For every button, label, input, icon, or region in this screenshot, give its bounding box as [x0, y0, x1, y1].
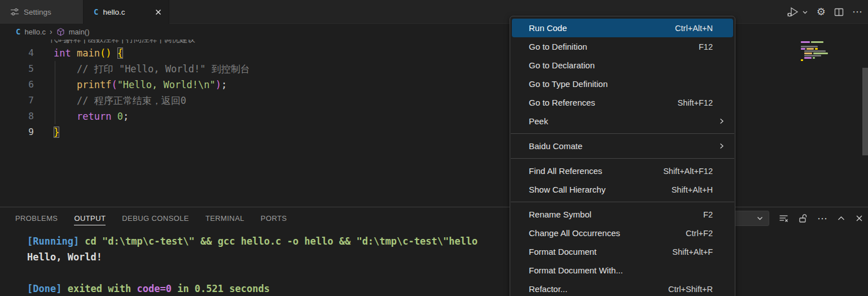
menu-item-shortcut: F2 [703, 210, 713, 219]
breadcrumb-file[interactable]: hello.c [24, 28, 46, 36]
menu-item-label: Go to Declaration [529, 60, 727, 70]
code-editor[interactable]: 代码解释 | 函数注释 | 行间注释 | 调优建议 4int main() {5… [0, 40, 868, 207]
menu-item-label: Rename Symbol [529, 210, 703, 219]
code-text: } [34, 124, 59, 140]
maximize-panel-icon[interactable] [837, 215, 845, 222]
menu-item-shortcut: Shift+Alt+F [672, 247, 713, 256]
line-number: 5 [0, 61, 34, 77]
code-line[interactable]: 9} [0, 124, 868, 140]
line-number: 6 [0, 77, 34, 93]
minimap[interactable] [800, 41, 861, 62]
panel-tab-terminal[interactable]: TERMINAL [205, 207, 244, 229]
menu-item-rename-symbol[interactable]: Rename SymbolF2 [512, 205, 733, 224]
editor-context-menu: Run CodeCtrl+Alt+NGo to DefinitionF12Go … [510, 16, 735, 296]
menu-item-label: Baidu Comate [529, 141, 718, 151]
breadcrumb: C hello.c › main() [0, 24, 868, 40]
code-text: printf("Hello, World!\n"); [34, 77, 227, 93]
tab-hello-c[interactable]: C hello.c [84, 0, 169, 24]
code-lines: 4int main() {5 // 打印 "Hello, World!" 到控制… [0, 45, 868, 140]
panel-tab-problems[interactable]: PROBLEMS [15, 207, 58, 229]
menu-item-label: Run Code [529, 23, 675, 33]
menu-item-change-all-occurrences[interactable]: Change All OccurrencesCtrl+F2 [512, 224, 733, 242]
menu-item-run-code[interactable]: Run CodeCtrl+Alt+N [512, 19, 733, 37]
codelens-links[interactable]: 代码解释 | 函数注释 | 行间注释 | 调优建议 [50, 40, 868, 45]
panel-tabs: PROBLEMSOUTPUTDEBUG CONSOLETERMINALPORTS [15, 207, 287, 229]
submenu-chevron-right-icon [718, 142, 725, 150]
line-number: 4 [0, 45, 34, 61]
scrollbar-slider[interactable] [862, 68, 868, 155]
code-text: return 0; [34, 108, 129, 124]
unlock-icon[interactable] [798, 214, 808, 223]
settings-gear-icon[interactable]: ⚙ [817, 7, 826, 17]
symbol-method-icon [56, 28, 65, 36]
panel-tab-output[interactable]: OUTPUT [74, 207, 106, 229]
run-or-debug-button[interactable] [786, 6, 808, 18]
code-text: // 程序正常结束，返回0 [34, 93, 186, 108]
code-line[interactable]: 7 // 程序正常结束，返回0 [0, 93, 868, 108]
split-editor-icon[interactable] [834, 8, 844, 16]
menu-item-find-all-references[interactable]: Find All ReferencesShift+Alt+F12 [512, 162, 733, 180]
menu-item-go-to-type-definition[interactable]: Go to Type Definition [512, 75, 733, 93]
menu-separator [511, 133, 734, 134]
code-line[interactable]: 5 // 打印 "Hello, World!" 到控制台 [0, 61, 868, 77]
tab-bar: Settings C hello.c ⚙ [0, 0, 868, 24]
menu-item-format-document[interactable]: Format DocumentShift+Alt+F [512, 242, 733, 261]
menu-item-shortcut: Ctrl+Alt+N [675, 24, 713, 33]
line-number: 7 [0, 93, 34, 108]
panel-tab-debug-console[interactable]: DEBUG CONSOLE [122, 207, 189, 229]
menu-item-format-document-with[interactable]: Format Document With... [512, 261, 733, 280]
menu-separator [511, 158, 734, 159]
tab-label: Settings [24, 8, 51, 16]
menu-item-go-to-references[interactable]: Go to ReferencesShift+F12 [512, 93, 733, 112]
menu-item-shortcut: Ctrl+Shift+R [668, 285, 713, 294]
menu-item-label: Change All Occurrences [529, 228, 686, 238]
menu-item-shortcut: Ctrl+F2 [686, 229, 713, 238]
breadcrumb-separator: › [50, 27, 52, 36]
code-line[interactable]: 4int main() { [0, 45, 868, 61]
menu-item-shortcut: Shift+Alt+F12 [663, 167, 713, 176]
bottom-panel: PROBLEMSOUTPUTDEBUG CONSOLETERMINALPORTS… [0, 207, 868, 296]
menu-item-label: Go to References [529, 98, 678, 107]
editor-actions: ⚙ ⋯ [786, 0, 862, 24]
code-text: int main() { [34, 45, 123, 61]
more-actions-icon[interactable]: ⋯ [852, 7, 862, 17]
indent-guide [55, 61, 55, 124]
menu-item-go-to-definition[interactable]: Go to DefinitionF12 [512, 37, 733, 56]
vscode-window: { "colors": { "editor_background": "#1e1… [0, 0, 868, 296]
tab-label: hello.c [103, 8, 125, 16]
breadcrumb-symbol[interactable]: main() [69, 28, 90, 36]
menu-item-show-call-hierarchy[interactable]: Show Call HierarchyShift+Alt+H [512, 180, 733, 199]
close-icon[interactable] [155, 8, 162, 16]
c-file-icon: C [16, 27, 20, 36]
output-line: Hello, World! [27, 249, 868, 265]
menu-item-label: Refactor... [529, 284, 668, 294]
tab-settings[interactable]: Settings [0, 0, 84, 24]
submenu-chevron-right-icon [718, 117, 725, 125]
output-line [27, 265, 868, 281]
menu-item-go-to-declaration[interactable]: Go to Declaration [512, 56, 733, 75]
menu-item-baidu-comate[interactable]: Baidu Comate [512, 137, 733, 155]
clear-output-icon[interactable] [779, 214, 788, 223]
chevron-down-icon[interactable] [802, 9, 808, 15]
menu-item-label: Format Document With... [529, 265, 727, 275]
close-panel-icon[interactable] [855, 214, 863, 223]
menu-separator [511, 202, 734, 202]
channel-select-chevron-icon [756, 215, 764, 222]
output-line: [Done] exited with code=0 in 0.521 secon… [27, 281, 868, 296]
menu-item-label: Find All References [529, 166, 663, 176]
panel-tab-ports[interactable]: PORTS [261, 207, 287, 229]
editor-scrollbar[interactable] [862, 40, 868, 207]
menu-item-label: Format Document [529, 247, 672, 256]
code-line[interactable]: 8 return 0; [0, 108, 868, 124]
more-actions-icon[interactable]: ⋯ [817, 214, 827, 224]
output-console[interactable]: [Running] cd "d:\tmp\c-test\" && gcc hel… [0, 230, 868, 296]
menu-item-label: Go to Type Definition [529, 79, 727, 89]
output-line: [Running] cd "d:\tmp\c-test\" && gcc hel… [27, 233, 868, 249]
menu-item-label: Peek [529, 116, 718, 126]
menu-item-shortcut: F12 [699, 42, 713, 51]
menu-item-shortcut: Shift+F12 [678, 98, 713, 107]
menu-item-peek[interactable]: Peek [512, 112, 733, 130]
menu-item-refactor[interactable]: Refactor...Ctrl+Shift+R [512, 280, 733, 296]
minimap-line [801, 59, 861, 62]
code-line[interactable]: 6 printf("Hello, World!\n"); [0, 77, 868, 93]
